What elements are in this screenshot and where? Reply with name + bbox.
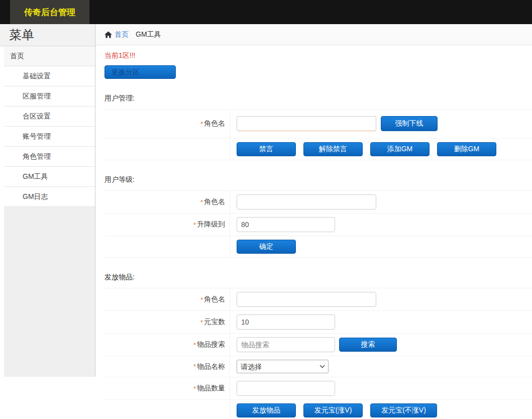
empty-label-cell — [104, 400, 230, 419]
item-search-label: * 物品搜索 — [104, 334, 230, 356]
form-row-item-name: * 物品名称 请选择 — [104, 356, 532, 377]
section-title-user-level: 用户等级: — [104, 175, 532, 184]
home-icon — [104, 31, 112, 38]
section-user-level: 用户等级: * 角色名 * 升降级到 — [104, 175, 532, 258]
section-title-user-management: 用户管理: — [104, 94, 532, 103]
item-quantity-label: * 物品数量 — [104, 377, 230, 399]
role-name-label-text: 角色名 — [204, 119, 225, 128]
form-row-give-actions: 发放物品 发元宝(涨V) 发元宝(不涨V) — [104, 400, 532, 419]
role-name-label: * 角色名 — [104, 110, 230, 138]
item-name-select[interactable]: 请选择 — [237, 360, 329, 373]
sidebar-item-zone-server-management[interactable]: 区服管理 — [4, 86, 95, 107]
change-zone-button[interactable]: 更换分区 — [104, 65, 176, 79]
section-user-management: 用户管理: * 角色名 强制下线 禁言 解除禁言 — [104, 94, 532, 160]
item-quantity-label-text: 物品数量 — [197, 384, 225, 393]
breadcrumb-home-link[interactable]: 首页 — [115, 30, 129, 39]
form-row-role-name: * 角色名 — [104, 288, 532, 311]
give-role-name-input[interactable] — [237, 292, 376, 307]
level-role-name-input[interactable] — [237, 194, 376, 210]
required-mark: * — [193, 341, 196, 349]
yuanbao-label: * 元宝数 — [104, 311, 230, 333]
page-body: 当前1区!!! 更换分区 用户管理: * 角色名 强制下线 — [95, 45, 532, 419]
required-mark: * — [193, 363, 196, 370]
target-level-input[interactable] — [237, 217, 335, 232]
form-row-item-quantity: * 物品数量 — [104, 377, 532, 400]
yuanbao-label-text: 元宝数 — [204, 318, 225, 327]
target-level-label-text: 升降级到 — [197, 220, 225, 229]
sidebar-filler — [4, 207, 95, 377]
form-row-item-search: * 物品搜索 搜索 — [104, 334, 532, 356]
user-management-form: * 角色名 强制下线 禁言 解除禁言 添加GM 删除GM — [104, 109, 532, 160]
item-quantity-input[interactable] — [237, 381, 335, 396]
current-zone-notice: 当前1区!!! — [104, 51, 532, 61]
give-items-form: * 角色名 * 元宝数 — [104, 288, 532, 419]
app-title[interactable]: 传奇后台管理 — [10, 0, 89, 24]
required-mark: * — [200, 319, 203, 326]
item-search-label-text: 物品搜索 — [197, 340, 225, 349]
give-yuanbao-addv-button[interactable]: 发元宝(涨V) — [303, 403, 363, 417]
required-mark: * — [200, 198, 203, 206]
sidebar-item-character-management[interactable]: 角色管理 — [4, 147, 95, 167]
breadcrumb-current: GM工具 — [136, 30, 161, 39]
section-give-items: 发放物品: * 角色名 * 元宝数 — [104, 273, 532, 419]
sidebar-menu: 首页 基础设置 区服管理 合区设置 账号管理 角色管理 GM工具 GM日志 — [0, 46, 95, 207]
role-name-label-text: 角色名 — [204, 197, 225, 206]
item-name-label: * 物品名称 — [104, 356, 230, 377]
force-offline-button[interactable]: 强制下线 — [381, 116, 438, 131]
form-row-gm-actions: 禁言 解除禁言 添加GM 删除GM — [104, 139, 532, 160]
delete-gm-button[interactable]: 删除GM — [437, 142, 496, 156]
sidebar-item-account-management[interactable]: 账号管理 — [4, 127, 95, 147]
sidebar-item-basic-settings[interactable]: 基础设置 — [4, 66, 95, 86]
sidebar-item-merge-zone-settings[interactable]: 合区设置 — [4, 107, 95, 127]
form-row-role-name: * 角色名 — [104, 191, 532, 214]
empty-label-cell — [104, 139, 230, 160]
role-name-input[interactable] — [237, 116, 376, 131]
sidebar: 菜单 首页 基础设置 区服管理 合区设置 账号管理 角色管理 GM工具 GM日志 — [0, 24, 95, 377]
sidebar-item-gm-tools[interactable]: GM工具 — [4, 167, 95, 187]
role-name-label: * 角色名 — [104, 191, 230, 213]
form-row-role-name: * 角色名 强制下线 — [104, 110, 532, 139]
sidebar-item-gm-log[interactable]: GM日志 — [4, 187, 95, 207]
give-item-button[interactable]: 发放物品 — [237, 403, 296, 417]
item-name-select-wrap: 请选择 — [237, 360, 329, 373]
user-level-form: * 角色名 * 升降级到 — [104, 190, 532, 258]
item-name-label-text: 物品名称 — [197, 362, 225, 371]
breadcrumb: 首页 GM工具 — [95, 24, 532, 45]
give-yuanbao-nov-button[interactable]: 发元宝(不涨V) — [370, 403, 437, 417]
main-content: 首页 GM工具 当前1区!!! 更换分区 用户管理: * 角色名 强制下线 — [95, 24, 532, 419]
form-row-yuanbao: * 元宝数 — [104, 311, 532, 334]
required-mark: * — [200, 120, 203, 128]
yuanbao-amount-input[interactable] — [237, 315, 335, 330]
form-row-confirm: 确定 — [104, 236, 532, 258]
role-name-label: * 角色名 — [104, 288, 230, 310]
unmute-button[interactable]: 解除禁言 — [303, 142, 363, 156]
section-title-give-items: 发放物品: — [104, 273, 532, 282]
form-row-target-level: * 升降级到 — [104, 214, 532, 236]
sidebar-item-home[interactable]: 首页 — [4, 46, 95, 66]
target-level-label: * 升降级到 — [104, 214, 230, 236]
search-button[interactable]: 搜索 — [339, 338, 397, 352]
sidebar-title: 菜单 — [0, 24, 95, 46]
topbar: 传奇后台管理 — [0, 0, 532, 24]
role-name-label-text: 角色名 — [204, 295, 225, 304]
confirm-button[interactable]: 确定 — [237, 240, 296, 254]
required-mark: * — [193, 385, 196, 392]
add-gm-button[interactable]: 添加GM — [370, 142, 430, 156]
required-mark: * — [193, 221, 196, 229]
empty-label-cell — [104, 236, 230, 257]
item-search-input[interactable] — [237, 337, 335, 352]
required-mark: * — [200, 296, 203, 303]
mute-button[interactable]: 禁言 — [237, 142, 296, 156]
